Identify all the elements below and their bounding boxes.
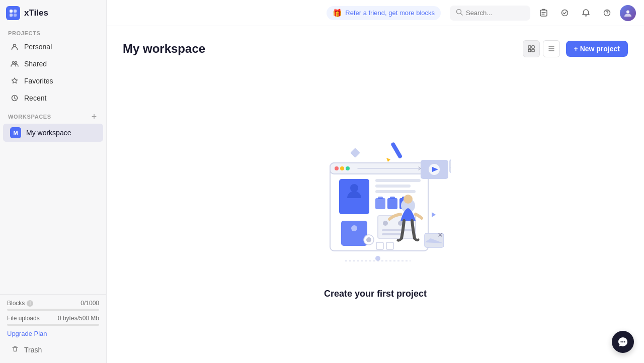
blocks-label: Blocks [7,300,25,307]
trash-icon [11,345,19,354]
bell-btn-wrap [578,5,594,21]
list-view-button[interactable] [543,40,560,57]
svg-point-6 [15,62,17,64]
workspaces-section-label: WORKSPACES [8,114,51,120]
svg-point-45 [366,237,371,242]
svg-rect-43 [386,242,393,249]
svg-rect-15 [532,46,534,48]
svg-point-27 [351,225,357,231]
svg-point-5 [13,62,15,64]
favorites-label: Favorites [24,77,53,85]
svg-rect-3 [14,14,17,17]
svg-point-12 [606,14,607,15]
recent-icon [10,94,19,103]
page-header: My workspace + New project [123,40,628,57]
sidebar: xTiles PROJECTS Personal Shared [0,0,107,363]
user-avatar[interactable] [620,5,636,21]
blocks-info-icon[interactable]: i [27,300,33,307]
refer-icon: 🎁 [333,9,342,18]
svg-rect-16 [528,49,531,52]
svg-rect-42 [376,242,383,249]
svg-rect-26 [341,221,367,246]
file-uploads-usage-bar [7,324,99,326]
svg-rect-40 [382,229,412,231]
checkmark-btn-wrap [556,5,573,21]
svg-point-25 [350,184,358,192]
workspace-item-my-workspace[interactable]: M My workspace [3,124,103,142]
file-uploads-label: File uploads [7,315,40,322]
sidebar-item-personal[interactable]: Personal [3,38,103,55]
grid-view-button[interactable] [523,40,540,57]
svg-point-58 [624,341,625,342]
svg-point-38 [383,221,388,226]
add-workspace-button[interactable]: + [89,112,99,122]
app-name: xTiles [24,8,48,18]
topbar: 🎁 Refer a friend, get more blocks [107,0,644,26]
svg-point-21 [340,166,344,170]
search-input[interactable] [466,9,524,17]
logo-area[interactable]: xTiles [0,0,106,24]
clipboard-button[interactable] [535,5,551,21]
svg-point-20 [335,166,339,170]
svg-rect-50 [450,160,451,172]
new-project-button[interactable]: + New project [566,41,628,57]
sidebar-item-shared[interactable]: Shared [3,55,103,72]
shared-icon [10,59,19,68]
personal-icon [10,42,19,51]
svg-rect-2 [10,14,13,17]
blocks-usage-row: Blocks i 0/1000 [7,300,99,307]
bell-button[interactable] [578,5,594,21]
checkmark-button[interactable] [556,5,573,21]
svg-rect-52 [350,148,360,158]
svg-point-56 [620,341,621,342]
sidebar-item-favorites[interactable]: Favorites [3,72,103,89]
empty-illustration [300,123,451,279]
refer-banner[interactable]: 🎁 Refer a friend, get more blocks [327,6,441,20]
blocks-count: 0/1000 [80,300,99,307]
svg-rect-14 [528,46,531,48]
chat-support-button[interactable] [612,331,634,353]
svg-rect-31 [375,198,385,209]
workspaces-section-header: WORKSPACES + [0,107,106,124]
svg-rect-30 [375,190,416,193]
workspace-name: My workspace [26,129,71,137]
svg-rect-17 [532,49,534,52]
file-uploads-usage-row: File uploads 0 bytes/500 Mb [7,315,99,322]
svg-rect-33 [387,198,397,209]
svg-point-54 [375,256,380,261]
blocks-usage-bar [7,309,99,311]
search-box[interactable] [450,6,530,21]
svg-rect-1 [14,10,17,13]
help-button[interactable] [599,5,615,21]
view-controls: + New project [523,40,628,57]
main-area: 🎁 Refer a friend, get more blocks [107,0,644,363]
empty-state-title: Create your first project [324,289,427,299]
trash-label: Trash [24,346,42,354]
svg-point-47 [404,195,413,204]
svg-rect-0 [10,10,13,13]
recent-label: Recent [24,94,46,102]
personal-label: Personal [24,43,52,51]
svg-rect-51 [390,142,403,159]
svg-point-13 [626,10,629,13]
sidebar-item-recent[interactable]: Recent [3,89,103,107]
logo-icon [6,6,20,20]
page-content: My workspace + New project [107,26,644,363]
svg-point-22 [346,166,350,170]
svg-rect-9 [540,10,547,16]
svg-rect-41 [382,233,402,235]
shared-label: Shared [24,60,47,68]
upgrade-plan-link[interactable]: Upgrade Plan [7,330,99,337]
svg-point-57 [622,341,623,342]
sidebar-item-trash[interactable]: Trash [7,341,99,358]
workspace-avatar: M [10,127,21,138]
refer-text: Refer a friend, get more blocks [345,9,435,17]
file-uploads-count: 0 bytes/500 Mb [58,315,99,322]
search-icon [456,9,463,18]
clipboard-btn-wrap [535,5,551,21]
projects-section-label: PROJECTS [0,24,106,38]
svg-rect-32 [378,197,383,199]
sidebar-footer: Blocks i 0/1000 File uploads 0 bytes/500… [0,294,106,363]
svg-rect-34 [390,197,395,199]
svg-rect-29 [375,185,411,188]
